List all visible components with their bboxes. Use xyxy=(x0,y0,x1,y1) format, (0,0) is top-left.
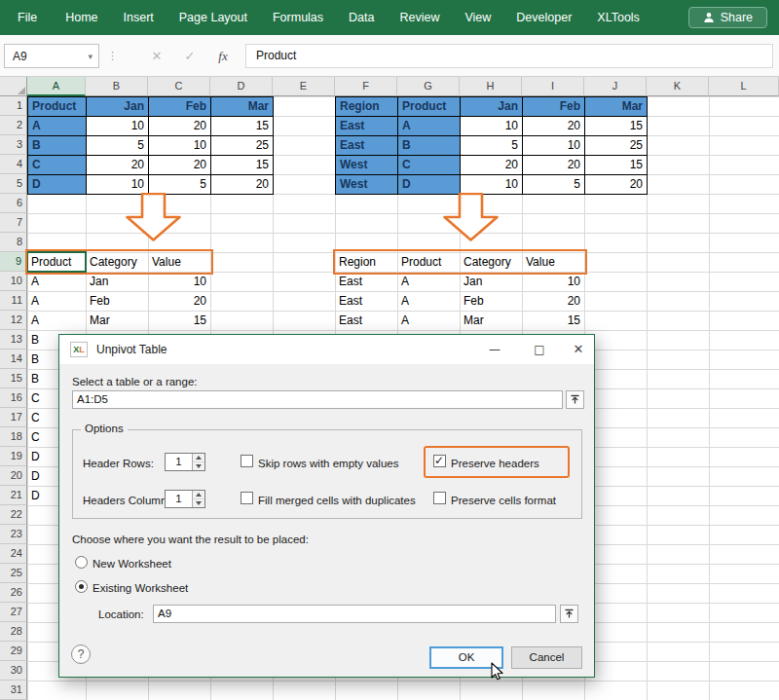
cell-J2[interactable]: 15 xyxy=(584,116,648,136)
cell-B10[interactable]: Jan xyxy=(86,272,148,291)
row-header-26[interactable]: 26 xyxy=(0,583,27,603)
row-header-18[interactable]: 18 xyxy=(0,427,27,447)
cell-A4[interactable]: C xyxy=(27,155,87,175)
enter-formula-icon[interactable]: ✓ xyxy=(175,35,204,77)
dialog-titlebar[interactable]: XL Unpivot Table — □ ✕ xyxy=(59,335,594,364)
name-box[interactable]: A9 ▾ xyxy=(4,44,99,68)
location-range-select-button[interactable] xyxy=(560,605,578,623)
column-header-C[interactable]: C xyxy=(148,77,210,96)
cell-G5[interactable]: D xyxy=(397,174,461,195)
close-icon[interactable]: ✕ xyxy=(562,335,595,364)
maximize-icon[interactable]: □ xyxy=(517,335,562,364)
row-header-16[interactable]: 16 xyxy=(0,388,27,408)
cancel-button[interactable]: Cancel xyxy=(511,646,582,669)
location-input[interactable]: A9 xyxy=(153,605,556,623)
cell-I3[interactable]: 10 xyxy=(522,135,585,156)
row-header-8[interactable]: 8 xyxy=(0,233,27,252)
row-header-3[interactable]: 3 xyxy=(0,135,27,155)
ribbon-tab-data[interactable]: Data xyxy=(336,0,387,35)
cell-B4[interactable]: 20 xyxy=(86,155,149,175)
ribbon-tab-insert[interactable]: Insert xyxy=(111,0,167,35)
row-header-23[interactable]: 23 xyxy=(0,525,27,544)
checkbox-preserve-cells-format-label[interactable]: Preserve cells format xyxy=(451,494,556,507)
range-input[interactable]: A1:D5 xyxy=(72,390,563,409)
cell-A12[interactable]: A xyxy=(27,311,86,330)
cell-I10[interactable]: 10 xyxy=(522,272,584,291)
headers-columns-spinner[interactable]: 1 xyxy=(165,490,205,508)
row-header-10[interactable]: 10 xyxy=(0,272,27,291)
column-header-H[interactable]: H xyxy=(460,77,522,96)
row-header-4[interactable]: 4 xyxy=(0,155,27,174)
row-header-1[interactable]: 1 xyxy=(0,96,27,116)
formula-input[interactable]: Product xyxy=(245,44,773,68)
name-box-dropdown-icon[interactable]: ▾ xyxy=(88,52,98,61)
row-header-28[interactable]: 28 xyxy=(0,622,27,642)
row-header-31[interactable]: 31 xyxy=(0,681,27,700)
cell-H11[interactable]: Feb xyxy=(460,291,522,311)
cell-A2[interactable]: A xyxy=(27,116,87,136)
row-header-19[interactable]: 19 xyxy=(0,447,27,466)
cell-I5[interactable]: 5 xyxy=(522,174,585,195)
row-header-30[interactable]: 30 xyxy=(0,661,27,681)
cell-G2[interactable]: A xyxy=(397,116,461,136)
cell-B12[interactable]: Mar xyxy=(86,311,148,330)
ribbon-tab-review[interactable]: Review xyxy=(387,0,452,35)
column-header-D[interactable]: D xyxy=(210,77,273,96)
cell-G3[interactable]: B xyxy=(397,135,461,156)
cell-C1[interactable]: Feb xyxy=(148,96,211,117)
cancel-formula-icon[interactable]: ✕ xyxy=(142,35,171,77)
cell-A3[interactable]: B xyxy=(27,135,87,156)
cell-F11[interactable]: East xyxy=(335,291,397,311)
cell-D1[interactable]: Mar xyxy=(210,96,274,117)
spin-up-icon[interactable] xyxy=(193,491,204,499)
cell-A5[interactable]: D xyxy=(27,174,87,195)
row-header-20[interactable]: 20 xyxy=(0,466,27,486)
cell-A1[interactable]: Product xyxy=(27,96,87,117)
cell-C12[interactable]: 15 xyxy=(148,311,210,330)
cell-I2[interactable]: 20 xyxy=(522,116,585,136)
cell-C10[interactable]: 10 xyxy=(148,272,210,291)
spin-down-icon[interactable] xyxy=(193,499,204,507)
spin-up-icon[interactable] xyxy=(193,454,204,462)
column-header-K[interactable]: K xyxy=(647,77,709,96)
cell-H3[interactable]: 5 xyxy=(460,135,523,156)
cell-C3[interactable]: 10 xyxy=(148,135,211,156)
cell-I4[interactable]: 20 xyxy=(522,155,585,175)
cell-H1[interactable]: Jan xyxy=(460,96,523,117)
share-button[interactable]: Share xyxy=(688,7,767,28)
ribbon-tab-developer[interactable]: Developer xyxy=(503,0,584,35)
column-header-I[interactable]: I xyxy=(522,77,584,96)
cell-B3[interactable]: 5 xyxy=(86,135,149,156)
cell-F2[interactable]: East xyxy=(335,116,398,136)
cell-G11[interactable]: A xyxy=(397,291,460,311)
row-header-5[interactable]: 5 xyxy=(0,174,27,194)
column-header-F[interactable]: F xyxy=(335,77,397,96)
spin-down-icon[interactable] xyxy=(193,462,204,470)
row-header-7[interactable]: 7 xyxy=(0,213,27,233)
cell-F12[interactable]: East xyxy=(335,311,397,330)
row-header-14[interactable]: 14 xyxy=(0,350,27,369)
ribbon-tab-home[interactable]: Home xyxy=(53,0,110,35)
checkbox-fill-merged-cells-label[interactable]: Fill merged cells with duplicates xyxy=(258,494,416,507)
column-header-L[interactable]: L xyxy=(709,77,779,96)
column-header-A[interactable]: A xyxy=(27,77,86,96)
cell-J4[interactable]: 15 xyxy=(584,155,648,175)
cell-A10[interactable]: A xyxy=(27,272,86,291)
ribbon-tab-page-layout[interactable]: Page Layout xyxy=(167,0,260,35)
checkbox-skip-empty-rows[interactable] xyxy=(241,455,253,467)
cell-D2[interactable]: 15 xyxy=(210,116,274,136)
cell-F3[interactable]: East xyxy=(335,135,398,156)
range-select-button[interactable] xyxy=(566,390,584,409)
cell-I1[interactable]: Feb xyxy=(522,96,585,117)
ribbon-tab-xltools[interactable]: XLTools xyxy=(584,0,652,35)
cell-H10[interactable]: Jan xyxy=(460,272,522,291)
row-header-9[interactable]: 9 xyxy=(0,252,27,272)
select-all-corner[interactable] xyxy=(0,77,27,96)
cell-J5[interactable]: 20 xyxy=(584,174,648,195)
radio-existing-worksheet[interactable] xyxy=(75,580,88,593)
row-header-24[interactable]: 24 xyxy=(0,544,27,564)
cell-F1[interactable]: Region xyxy=(335,96,398,117)
column-header-G[interactable]: G xyxy=(397,77,460,96)
cell-C4[interactable]: 20 xyxy=(148,155,211,175)
row-header-13[interactable]: 13 xyxy=(0,330,27,350)
